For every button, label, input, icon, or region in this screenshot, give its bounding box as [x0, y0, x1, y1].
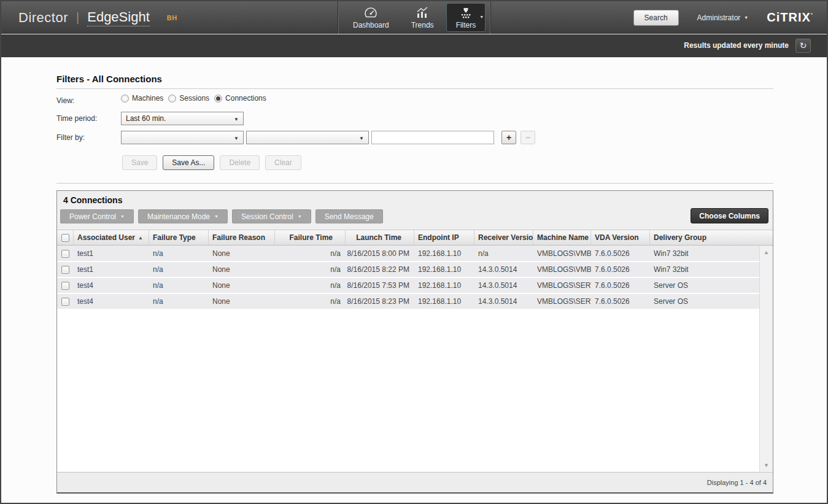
- tab-label: Trends: [411, 21, 434, 29]
- connections-toolbar: Power Control ▼ Maintenance Mode ▼ Sessi…: [60, 209, 383, 223]
- table-cell: None: [209, 246, 275, 261]
- chevron-down-icon: ▼: [298, 214, 302, 219]
- table-cell: VMBLOGS\SERVER...: [533, 278, 591, 293]
- chevron-down-icon: ▼: [234, 117, 239, 122]
- tab-trends[interactable]: Trends: [401, 3, 444, 32]
- radio-connections[interactable]: Connections: [214, 94, 266, 103]
- scroll-down-icon[interactable]: ▼: [760, 462, 773, 468]
- row-checkbox[interactable]: [61, 266, 69, 274]
- edgesight-logo[interactable]: EdgeSight: [87, 9, 150, 26]
- table-cell: None: [209, 278, 275, 293]
- radio-icon[interactable]: [168, 95, 176, 103]
- table-cell: 8/16/2015 8:00 PM: [346, 246, 414, 261]
- column-header[interactable]: Failure Time: [275, 230, 346, 245]
- table-cell: 192.168.1.10: [414, 278, 474, 293]
- power-control-button[interactable]: Power Control ▼: [60, 209, 134, 223]
- delete-button: Delete: [220, 155, 260, 170]
- column-header[interactable]: Machine Name: [533, 230, 591, 245]
- maintenance-mode-button[interactable]: Maintenance Mode ▼: [138, 209, 228, 223]
- site-name: BH: [167, 14, 177, 21]
- table-header-row: Associated User▲Failure TypeFailure Reas…: [57, 230, 773, 246]
- sort-ascending-icon: ▲: [138, 235, 143, 241]
- radio-machines[interactable]: Machines: [121, 94, 163, 103]
- table-cell: 14.3.0.5014: [474, 294, 533, 309]
- button-label: Power Control: [69, 212, 116, 221]
- vertical-scrollbar[interactable]: ▲ ▼: [759, 246, 773, 471]
- refresh-button[interactable]: ↻: [795, 39, 811, 53]
- column-header[interactable]: Failure Type: [149, 230, 209, 245]
- table-cell: n/a: [275, 294, 346, 309]
- table-cell: 8/16/2015 8:22 PM: [346, 262, 414, 277]
- column-header[interactable]: Delivery Group: [650, 230, 773, 245]
- tab-dashboard[interactable]: Dashboard: [343, 3, 399, 32]
- table-cell: Server OS: [650, 294, 759, 309]
- filter-field-select[interactable]: ▼: [121, 131, 244, 144]
- filter-actions: Save Save As... Delete Clear: [122, 155, 301, 170]
- select-all-checkbox[interactable]: [61, 234, 69, 242]
- table-cell: 7.6.0.5026: [591, 262, 650, 277]
- tab-label: Dashboard: [353, 21, 389, 29]
- send-message-button[interactable]: Send Message: [315, 209, 383, 223]
- table-cell: 7.6.0.5026: [591, 278, 650, 293]
- status-bar: Results updated every minute ↻: [1, 34, 827, 57]
- connections-count-title: 4 Connections: [63, 195, 122, 205]
- session-control-button[interactable]: Session Control ▼: [232, 209, 311, 223]
- column-header[interactable]: Associated User▲: [74, 230, 149, 245]
- table-cell: test4: [74, 278, 149, 293]
- radio-label: Connections: [225, 94, 266, 103]
- row-checkbox[interactable]: [61, 282, 69, 290]
- table-cell: 8/16/2015 7:53 PM: [346, 278, 414, 293]
- chevron-down-icon: ▼: [234, 136, 239, 141]
- main-content: Filters - All Connections View: Machines…: [1, 58, 827, 503]
- button-label: Session Control: [241, 212, 293, 221]
- filter-value-input[interactable]: [371, 131, 494, 144]
- table-row[interactable]: test1n/aNonen/a8/16/2015 8:22 PM192.168.…: [57, 262, 759, 277]
- table-row[interactable]: test4n/aNonen/a8/16/2015 7:53 PM192.168.…: [57, 278, 759, 293]
- table-cell: None: [209, 294, 275, 309]
- column-header[interactable]: VDA Version: [591, 230, 650, 245]
- column-header[interactable]: Receiver Version: [474, 230, 533, 245]
- table-cell: 14.3.0.5014: [474, 278, 533, 293]
- chevron-down-icon[interactable]: ▼: [479, 15, 484, 19]
- tab-filters[interactable]: Filters ▼: [446, 3, 486, 32]
- table-cell: n/a: [275, 262, 346, 277]
- divider: [56, 88, 773, 89]
- scroll-up-icon[interactable]: ▲: [760, 249, 773, 255]
- column-header[interactable]: Endpoint IP: [414, 230, 474, 245]
- add-filter-button[interactable]: +: [501, 131, 516, 144]
- filter-operator-select[interactable]: ▼: [246, 131, 369, 144]
- top-header-bar: Director | EdgeSight BH Dashboard: [1, 1, 827, 34]
- table-row[interactable]: test1n/aNonen/a8/16/2015 8:00 PM192.168.…: [57, 246, 759, 261]
- column-header[interactable]: Launch Time: [346, 230, 414, 245]
- row-checkbox[interactable]: [61, 298, 69, 306]
- time-period-select[interactable]: Last 60 min. ▼: [121, 112, 244, 125]
- search-button[interactable]: Search: [633, 10, 679, 26]
- table-cell: test1: [74, 246, 149, 261]
- page-title: Filters - All Connections: [56, 74, 162, 84]
- table-cell: 7.6.0.5026: [591, 246, 650, 261]
- time-period-label: Time period:: [56, 114, 118, 123]
- table-cell: Win7 32bit: [650, 246, 759, 261]
- table-body: test1n/aNonen/a8/16/2015 8:00 PM192.168.…: [57, 246, 759, 471]
- pagination-bar: Displaying 1 - 4 of 4: [57, 472, 773, 492]
- column-header[interactable]: Failure Reason: [209, 230, 275, 245]
- connections-panel: 4 Connections Power Control ▼ Maintenanc…: [56, 190, 773, 494]
- row-checkbox-cell: [57, 246, 74, 261]
- choose-columns-button[interactable]: Choose Columns: [691, 208, 768, 223]
- radio-sessions[interactable]: Sessions: [168, 94, 209, 103]
- table-row[interactable]: test4n/aNonen/a8/16/2015 8:23 PM192.168.…: [57, 294, 759, 309]
- button-label: Send Message: [325, 212, 374, 221]
- table-cell: 192.168.1.10: [414, 294, 474, 309]
- user-menu[interactable]: Administrator ▼: [697, 14, 749, 22]
- save-as-button[interactable]: Save As...: [163, 155, 214, 170]
- brand: Director | EdgeSight BH: [18, 1, 177, 34]
- radio-icon[interactable]: [214, 95, 222, 103]
- radio-icon[interactable]: [121, 95, 129, 103]
- row-checkbox[interactable]: [61, 250, 69, 258]
- divider: [56, 183, 773, 184]
- director-logo: Director: [18, 10, 68, 26]
- table-cell: 8/16/2015 8:23 PM: [346, 294, 414, 309]
- table-cell: 7.6.0.5026: [591, 294, 650, 309]
- gauge-icon: [363, 6, 379, 19]
- main-nav-tabs: Dashboard Trends: [338, 1, 491, 34]
